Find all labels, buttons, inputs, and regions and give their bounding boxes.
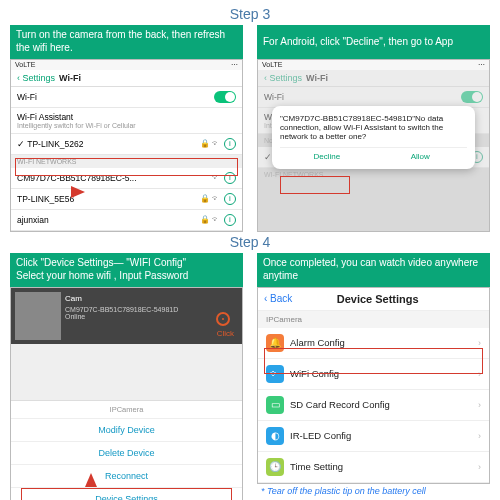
action-sheet: IPCamera Modify Device Delete Device Rec… [11,400,242,500]
arrow-up-icon [85,473,97,487]
click-label: Click [217,329,234,338]
clock-icon: 🕒 [266,458,284,476]
tl-phone: VoLTE⋯ ‹ Settings Wi-Fi Wi-Fi Wi-Fi Assi… [10,59,243,232]
camera-section: Cam CM97D7C-BB51C78918EC-54981DOnline Cl… [11,288,242,344]
wifi-toggle-row[interactable]: Wi-Fi [11,87,242,108]
nav-title: Wi-Fi [59,73,81,83]
sd-icon: ▭ [266,396,284,414]
alarm-config[interactable]: 🔔Alarm Config› [258,328,489,359]
sheet-header: IPCamera [11,401,242,419]
br-phone: ‹ Back Device Settings IPCamera 🔔Alarm C… [257,287,490,484]
bl-phone: Cam CM97D7C-BB51C78918EC-54981DOnline Cl… [10,287,243,500]
delete-device[interactable]: Delete Device [11,442,242,465]
reconnect[interactable]: Reconnect [11,465,242,488]
decline-button[interactable]: Decline [280,152,374,161]
network-row-1[interactable]: CM97D7C-BB51C78918EC-5... ᯤi [11,168,242,189]
tr-phone: VoLTE⋯ ‹ Settings Wi-Fi Wi-Fi Wi-Fi Assi… [257,59,490,232]
network-row-3[interactable]: ajunxian 🔒 ᯤi [11,210,242,231]
ir-icon: ◐ [266,427,284,445]
step3-label: Step 3 [10,6,490,23]
wifi-icon: ᯤ [266,365,284,383]
thumbnail [15,292,61,340]
note-1: * Tear off the plastic tip on the batter… [257,484,490,498]
tr-banner: For Android, click "Decline", then go to… [257,25,490,59]
dialog-message: "CM97D7C-BB51C78918EC-54981D"No data con… [280,114,467,141]
bl-banner: Click "Device Settings— "WIFI Config" Se… [10,253,243,287]
section-header: WI-FI NETWORKS [11,155,242,168]
br-banner: Once completed, you can watch video anyw… [257,253,490,287]
tl-banner: Turn on the camera from the back, then r… [10,25,243,59]
click-icon[interactable] [216,312,230,326]
back-settings[interactable]: ‹ Settings [17,73,55,83]
toggle-icon[interactable] [214,91,236,103]
step4-label: Step 4 [10,234,490,251]
wifi-assist-row[interactable]: Wi-Fi Assistant Intelligently switch for… [11,108,242,134]
modify-device[interactable]: Modify Device [11,419,242,442]
network-row-2[interactable]: TP-LINK_5E56 🔒 ᯤi [11,189,242,210]
bell-icon: 🔔 [266,334,284,352]
dialog: "CM97D7C-BB51C78918EC-54981D"No data con… [272,106,475,169]
ir-config[interactable]: ◐IR-LED Config› [258,421,489,452]
time-setting[interactable]: 🕒Time Setting› [258,452,489,483]
wifi-config[interactable]: ᯤWiFi Config› [258,359,489,390]
device-settings[interactable]: Device Settings [11,488,242,500]
connected-network[interactable]: ✓ TP-LINK_5262 🔒 ᯤi [11,134,242,155]
sd-config[interactable]: ▭SD Card Record Config› [258,390,489,421]
page-title: Device Settings [272,293,483,305]
allow-button[interactable]: Allow [374,152,468,161]
info-icon: i [224,138,236,150]
subheader: IPCamera [258,311,489,328]
arrow-icon [71,186,85,198]
